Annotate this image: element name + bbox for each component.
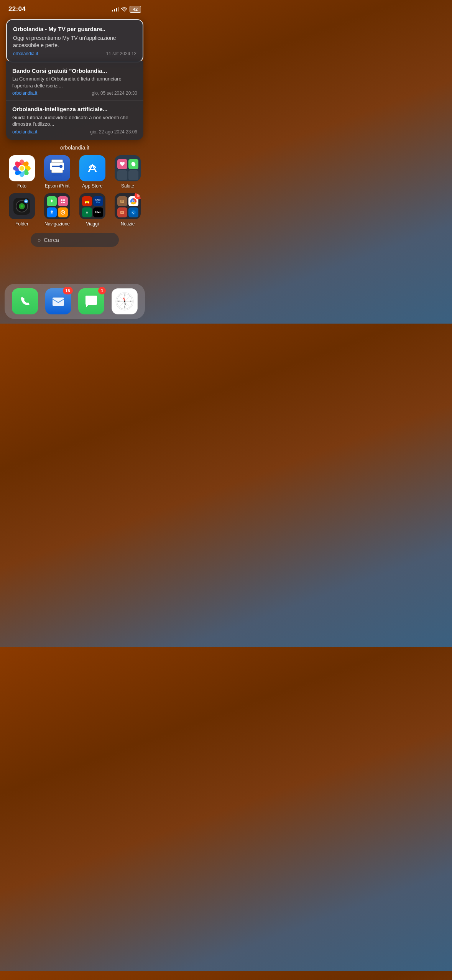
mail-symbol-icon <box>51 294 66 309</box>
foto-icon <box>9 155 35 181</box>
folder-icon <box>9 193 35 219</box>
notif-title-1: Bando Corsi gratuiti "Orbolandia... <box>12 67 137 75</box>
safari-icon: N S E W <box>112 288 138 314</box>
epson-label: Epson iPrint <box>45 183 70 189</box>
notif-time-1: gio, 05 set 2024 20:30 <box>92 90 137 96</box>
svg-text:M: M <box>85 211 88 214</box>
dock: 15 1 N S E W <box>5 284 145 319</box>
notif-body-1: La Community di Orbolandia è lieta di an… <box>12 76 137 89</box>
svg-rect-38 <box>53 298 64 306</box>
app-grid-row1: Foto EPSON Epson iPrint <box>0 154 150 192</box>
svg-rect-14 <box>61 202 62 203</box>
foto-flower-icon <box>12 158 32 178</box>
svg-text:S: S <box>124 306 125 308</box>
navigazione-label: Navigazione <box>44 221 70 227</box>
active-notif-source: orbolandia.it <box>13 51 38 56</box>
app-folder[interactable]: Folder <box>6 193 38 227</box>
svg-rect-15 <box>63 202 65 203</box>
active-notif-body: Oggi vi presentiamo My TV un'applicazion… <box>13 35 136 49</box>
app-grid-row2: Folder <box>0 192 150 230</box>
epson-icon: EPSON <box>44 155 70 181</box>
viaggi-icon: SALA blu+ M Uber <box>79 193 105 219</box>
notification-area: Orbolandia - My TV per guardare.. Oggi v… <box>0 15 150 140</box>
app-viaggi[interactable]: SALA blu+ M Uber Viaggi <box>77 193 108 227</box>
messages-badge: 1 <box>98 287 106 294</box>
salute-label: Salute <box>121 183 134 189</box>
svg-point-32 <box>132 200 134 202</box>
website-label: orbolandia.it <box>0 140 150 154</box>
wifi-icon <box>121 7 127 12</box>
svg-point-0 <box>124 11 125 12</box>
svg-point-11 <box>131 161 136 167</box>
dock-app-safari[interactable]: N S E W <box>112 288 138 314</box>
svg-text:C: C <box>132 211 135 214</box>
search-bar[interactable]: ⌕ Cerca <box>31 233 119 247</box>
navigazione-icon <box>44 193 70 219</box>
mail-badge: 15 <box>63 287 73 294</box>
app-navigazione[interactable]: Navigazione <box>41 193 73 227</box>
notifications-group: Bando Corsi gratuiti "Orbolandia... La C… <box>6 61 143 140</box>
app-notizie[interactable]: 9 <box>112 193 143 227</box>
active-notif-time: 11 set 2024 12 <box>106 51 136 56</box>
app-foto[interactable]: Foto <box>6 155 38 189</box>
safari-symbol-icon: N S E W <box>114 291 135 312</box>
search-text: Cerca <box>44 237 59 243</box>
viaggi-label: Viaggi <box>86 221 99 227</box>
notif-source-2: orbolandia.it <box>12 129 37 135</box>
svg-rect-12 <box>61 199 62 201</box>
dock-app-phone[interactable] <box>12 288 38 314</box>
notification-item-2[interactable]: Orbolandia-Intelligenza artificiale... G… <box>6 100 143 139</box>
svg-point-23 <box>88 202 89 203</box>
app-epson[interactable]: EPSON Epson iPrint <box>41 155 73 189</box>
svg-rect-13 <box>63 199 65 201</box>
notif-body-2: Guida tutorial audiovideo dedicato a non… <box>12 114 137 128</box>
salute-icon <box>115 155 141 181</box>
appstore-label: App Store <box>82 183 102 189</box>
app-salute[interactable]: Salute <box>112 155 143 189</box>
svg-point-16 <box>51 210 53 213</box>
notizie-label: Notizie <box>121 221 135 227</box>
notification-item-1[interactable]: Bando Corsi gratuiti "Orbolandia... La C… <box>6 62 143 101</box>
status-right: 42 <box>112 6 141 13</box>
messages-symbol-icon <box>84 294 99 309</box>
signal-bars-icon <box>112 7 119 12</box>
svg-point-22 <box>85 202 86 203</box>
svg-text:W: W <box>117 300 120 303</box>
dock-app-messages[interactable]: 1 <box>78 288 104 314</box>
svg-text:E: E <box>130 300 131 303</box>
folder-label: Folder <box>15 221 28 227</box>
notizie-icon: 9 <box>115 193 141 219</box>
appstore-icon <box>79 155 105 181</box>
notif-time-2: gio, 22 ago 2024 23:06 <box>90 129 137 135</box>
notif-source-1: orbolandia.it <box>12 90 37 96</box>
status-time: 22:04 <box>8 5 26 13</box>
search-bar-container: ⌕ Cerca <box>0 230 150 250</box>
active-notification[interactable]: Orbolandia - My TV per guardare.. Oggi v… <box>6 19 143 62</box>
svg-point-49 <box>124 301 125 302</box>
svg-text:N: N <box>124 294 125 296</box>
appstore-logo-icon <box>85 161 100 176</box>
svg-point-10 <box>20 166 24 171</box>
foto-label: Foto <box>17 183 26 189</box>
notif-title-2: Orbolandia-Intelligenza artificiale... <box>12 105 137 113</box>
status-bar: 22:04 42 <box>0 0 150 15</box>
search-icon: ⌕ <box>38 237 41 243</box>
active-notif-title: Orbolandia - My TV per guardare.. <box>13 25 136 33</box>
app-appstore[interactable]: App Store <box>77 155 108 189</box>
svg-rect-21 <box>85 200 89 201</box>
phone-symbol-icon <box>18 294 32 308</box>
battery-indicator: 42 <box>130 6 141 13</box>
phone-icon <box>12 288 38 314</box>
dock-app-mail[interactable]: 15 <box>45 288 71 314</box>
svg-rect-33 <box>120 211 124 214</box>
